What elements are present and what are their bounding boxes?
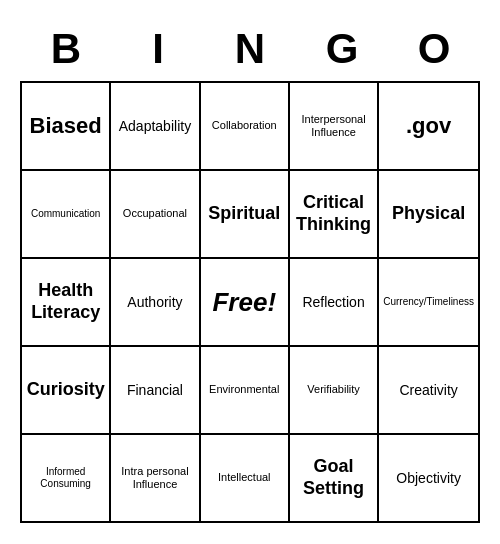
cell-text: Physical	[392, 203, 465, 225]
cell-text: Spiritual	[208, 203, 280, 225]
bingo-cell[interactable]: Reflection	[290, 259, 379, 347]
bingo-cell[interactable]: Critical Thinking	[290, 171, 379, 259]
cell-text: Goal Setting	[294, 456, 373, 499]
bingo-cell[interactable]: Interpersonal Influence	[290, 83, 379, 171]
bingo-cell[interactable]: Financial	[111, 347, 200, 435]
bingo-cell[interactable]: Intra personal Influence	[111, 435, 200, 523]
bingo-cell[interactable]: Informed Consuming	[22, 435, 111, 523]
cell-text: Free!	[212, 287, 276, 318]
bingo-grid: BiasedAdaptabilityCollaborationInterpers…	[20, 81, 480, 523]
bingo-header: BINGO	[20, 21, 480, 81]
bingo-cell[interactable]: Communication	[22, 171, 111, 259]
bingo-cell[interactable]: Objectivity	[379, 435, 480, 523]
bingo-cell[interactable]: Occupational	[111, 171, 200, 259]
cell-text: Biased	[30, 113, 102, 139]
bingo-cell[interactable]: Goal Setting	[290, 435, 379, 523]
bingo-cell[interactable]: Collaboration	[201, 83, 290, 171]
cell-text: Environmental	[209, 383, 279, 396]
header-letter: B	[20, 21, 112, 81]
cell-text: Collaboration	[212, 119, 277, 132]
bingo-cell[interactable]: Spiritual	[201, 171, 290, 259]
cell-text: .gov	[406, 113, 451, 139]
cell-text: Critical Thinking	[294, 192, 373, 235]
cell-text: Currency/Timeliness	[383, 296, 474, 308]
bingo-cell[interactable]: Free!	[201, 259, 290, 347]
bingo-card: BINGO BiasedAdaptabilityCollaborationInt…	[10, 11, 490, 533]
cell-text: Reflection	[302, 294, 364, 311]
bingo-cell[interactable]: Health Literacy	[22, 259, 111, 347]
bingo-cell[interactable]: Intellectual	[201, 435, 290, 523]
cell-text: Health Literacy	[26, 280, 105, 323]
bingo-cell[interactable]: Verifiability	[290, 347, 379, 435]
bingo-cell[interactable]: Creativity	[379, 347, 480, 435]
bingo-cell[interactable]: Physical	[379, 171, 480, 259]
cell-text: Informed Consuming	[26, 466, 105, 490]
cell-text: Objectivity	[396, 470, 461, 487]
header-letter: I	[112, 21, 204, 81]
bingo-cell[interactable]: .gov	[379, 83, 480, 171]
bingo-cell[interactable]: Environmental	[201, 347, 290, 435]
cell-text: Communication	[31, 208, 100, 220]
bingo-cell[interactable]: Biased	[22, 83, 111, 171]
cell-text: Financial	[127, 382, 183, 399]
cell-text: Interpersonal Influence	[294, 113, 373, 139]
bingo-cell[interactable]: Curiosity	[22, 347, 111, 435]
bingo-cell[interactable]: Adaptability	[111, 83, 200, 171]
cell-text: Occupational	[123, 207, 187, 220]
cell-text: Creativity	[399, 382, 457, 399]
cell-text: Adaptability	[119, 118, 191, 135]
cell-text: Verifiability	[307, 383, 360, 396]
cell-text: Authority	[127, 294, 182, 311]
header-letter: G	[296, 21, 388, 81]
bingo-cell[interactable]: Currency/Timeliness	[379, 259, 480, 347]
header-letter: N	[204, 21, 296, 81]
cell-text: Intellectual	[218, 471, 271, 484]
cell-text: Curiosity	[27, 379, 105, 401]
cell-text: Intra personal Influence	[115, 465, 194, 491]
bingo-cell[interactable]: Authority	[111, 259, 200, 347]
header-letter: O	[388, 21, 480, 81]
